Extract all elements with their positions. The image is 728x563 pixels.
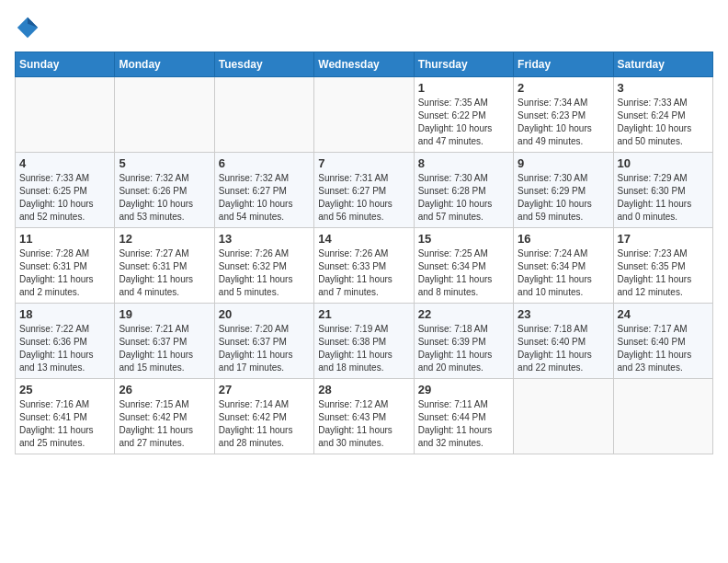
calendar-cell: 6Sunrise: 7:32 AM Sunset: 6:27 PM Daylig… xyxy=(214,153,313,228)
day-number: 17 xyxy=(618,232,709,246)
calendar-cell: 18Sunrise: 7:22 AM Sunset: 6:36 PM Dayli… xyxy=(16,304,115,379)
calendar-cell: 4Sunrise: 7:33 AM Sunset: 6:25 PM Daylig… xyxy=(16,153,115,228)
day-number: 2 xyxy=(518,81,609,95)
day-info: Sunrise: 7:14 AM Sunset: 6:42 PM Dayligh… xyxy=(219,398,310,450)
calendar-body: 1Sunrise: 7:35 AM Sunset: 6:22 PM Daylig… xyxy=(16,77,713,454)
logo xyxy=(15,15,44,40)
calendar-cell: 25Sunrise: 7:16 AM Sunset: 6:41 PM Dayli… xyxy=(16,379,115,454)
calendar-table: SundayMondayTuesdayWednesdayThursdayFrid… xyxy=(15,52,713,454)
day-info: Sunrise: 7:28 AM Sunset: 6:31 PM Dayligh… xyxy=(19,247,110,299)
day-number: 4 xyxy=(19,156,110,170)
day-info: Sunrise: 7:27 AM Sunset: 6:31 PM Dayligh… xyxy=(119,247,210,299)
header-monday: Monday xyxy=(115,52,214,77)
day-number: 9 xyxy=(518,156,609,170)
day-number: 28 xyxy=(318,383,409,396)
calendar-cell: 5Sunrise: 7:32 AM Sunset: 6:26 PM Daylig… xyxy=(115,153,214,228)
header-thursday: Thursday xyxy=(414,52,513,77)
calendar-cell: 23Sunrise: 7:18 AM Sunset: 6:40 PM Dayli… xyxy=(514,304,613,379)
day-number: 12 xyxy=(119,232,210,246)
day-number: 22 xyxy=(418,307,509,321)
calendar-cell: 16Sunrise: 7:24 AM Sunset: 6:34 PM Dayli… xyxy=(514,228,613,304)
calendar-cell: 19Sunrise: 7:21 AM Sunset: 6:37 PM Dayli… xyxy=(115,304,214,379)
calendar-cell: 13Sunrise: 7:26 AM Sunset: 6:32 PM Dayli… xyxy=(214,228,313,304)
day-info: Sunrise: 7:19 AM Sunset: 6:38 PM Dayligh… xyxy=(318,323,409,374)
calendar-cell: 15Sunrise: 7:25 AM Sunset: 6:34 PM Dayli… xyxy=(414,228,513,304)
calendar-cell: 14Sunrise: 7:26 AM Sunset: 6:33 PM Dayli… xyxy=(314,228,414,304)
day-number: 20 xyxy=(219,307,310,321)
day-number: 18 xyxy=(19,307,110,321)
week-row-5: 25Sunrise: 7:16 AM Sunset: 6:41 PM Dayli… xyxy=(16,379,713,454)
calendar-cell: 1Sunrise: 7:35 AM Sunset: 6:22 PM Daylig… xyxy=(414,77,513,153)
day-number: 29 xyxy=(418,383,509,396)
day-number: 13 xyxy=(219,232,310,246)
day-info: Sunrise: 7:12 AM Sunset: 6:43 PM Dayligh… xyxy=(318,398,409,450)
calendar-cell: 21Sunrise: 7:19 AM Sunset: 6:38 PM Dayli… xyxy=(314,304,414,379)
day-number: 7 xyxy=(318,156,409,170)
day-info: Sunrise: 7:31 AM Sunset: 6:27 PM Dayligh… xyxy=(318,172,409,224)
day-info: Sunrise: 7:30 AM Sunset: 6:29 PM Dayligh… xyxy=(518,172,609,224)
calendar-cell: 28Sunrise: 7:12 AM Sunset: 6:43 PM Dayli… xyxy=(314,379,414,454)
calendar-cell: 11Sunrise: 7:28 AM Sunset: 6:31 PM Dayli… xyxy=(16,228,115,304)
calendar-cell xyxy=(514,379,613,454)
day-info: Sunrise: 7:33 AM Sunset: 6:24 PM Dayligh… xyxy=(618,97,709,148)
calendar-cell xyxy=(16,77,115,153)
day-number: 26 xyxy=(119,383,210,396)
day-info: Sunrise: 7:34 AM Sunset: 6:23 PM Dayligh… xyxy=(518,97,609,148)
day-number: 16 xyxy=(518,232,609,246)
calendar-cell: 17Sunrise: 7:23 AM Sunset: 6:35 PM Dayli… xyxy=(613,228,712,304)
day-info: Sunrise: 7:30 AM Sunset: 6:28 PM Dayligh… xyxy=(418,172,509,224)
header-saturday: Saturday xyxy=(613,52,712,77)
logo-icon xyxy=(15,15,40,40)
day-number: 3 xyxy=(618,81,709,95)
calendar-cell xyxy=(115,77,214,153)
day-number: 15 xyxy=(418,232,509,246)
calendar-cell: 7Sunrise: 7:31 AM Sunset: 6:27 PM Daylig… xyxy=(314,153,414,228)
day-number: 11 xyxy=(19,232,110,246)
calendar-cell: 12Sunrise: 7:27 AM Sunset: 6:31 PM Dayli… xyxy=(115,228,214,304)
day-number: 8 xyxy=(418,156,509,170)
calendar-cell: 29Sunrise: 7:11 AM Sunset: 6:44 PM Dayli… xyxy=(414,379,513,454)
day-number: 14 xyxy=(318,232,409,246)
page-header xyxy=(15,15,713,40)
day-info: Sunrise: 7:16 AM Sunset: 6:41 PM Dayligh… xyxy=(19,398,110,450)
calendar-cell: 3Sunrise: 7:33 AM Sunset: 6:24 PM Daylig… xyxy=(613,77,712,153)
day-number: 6 xyxy=(219,156,310,170)
week-row-2: 4Sunrise: 7:33 AM Sunset: 6:25 PM Daylig… xyxy=(16,153,713,228)
day-info: Sunrise: 7:20 AM Sunset: 6:37 PM Dayligh… xyxy=(219,323,310,374)
day-info: Sunrise: 7:25 AM Sunset: 6:34 PM Dayligh… xyxy=(418,247,509,299)
day-number: 23 xyxy=(518,307,609,321)
day-info: Sunrise: 7:32 AM Sunset: 6:27 PM Dayligh… xyxy=(219,172,310,224)
day-info: Sunrise: 7:35 AM Sunset: 6:22 PM Dayligh… xyxy=(418,97,509,148)
week-row-3: 11Sunrise: 7:28 AM Sunset: 6:31 PM Dayli… xyxy=(16,228,713,304)
day-info: Sunrise: 7:21 AM Sunset: 6:37 PM Dayligh… xyxy=(119,323,210,374)
week-row-4: 18Sunrise: 7:22 AM Sunset: 6:36 PM Dayli… xyxy=(16,304,713,379)
calendar-cell: 22Sunrise: 7:18 AM Sunset: 6:39 PM Dayli… xyxy=(414,304,513,379)
calendar-cell: 8Sunrise: 7:30 AM Sunset: 6:28 PM Daylig… xyxy=(414,153,513,228)
day-info: Sunrise: 7:18 AM Sunset: 6:39 PM Dayligh… xyxy=(418,323,509,374)
day-info: Sunrise: 7:11 AM Sunset: 6:44 PM Dayligh… xyxy=(418,398,509,450)
header-row: SundayMondayTuesdayWednesdayThursdayFrid… xyxy=(16,52,713,77)
calendar-cell: 10Sunrise: 7:29 AM Sunset: 6:30 PM Dayli… xyxy=(613,153,712,228)
day-number: 25 xyxy=(19,383,110,396)
calendar-cell: 26Sunrise: 7:15 AM Sunset: 6:42 PM Dayli… xyxy=(115,379,214,454)
day-info: Sunrise: 7:22 AM Sunset: 6:36 PM Dayligh… xyxy=(19,323,110,374)
header-tuesday: Tuesday xyxy=(214,52,313,77)
day-info: Sunrise: 7:26 AM Sunset: 6:32 PM Dayligh… xyxy=(219,247,310,299)
day-info: Sunrise: 7:23 AM Sunset: 6:35 PM Dayligh… xyxy=(618,247,709,299)
day-number: 21 xyxy=(318,307,409,321)
calendar-header: SundayMondayTuesdayWednesdayThursdayFrid… xyxy=(16,52,713,77)
week-row-1: 1Sunrise: 7:35 AM Sunset: 6:22 PM Daylig… xyxy=(16,77,713,153)
calendar-cell xyxy=(613,379,712,454)
day-number: 5 xyxy=(119,156,210,170)
day-info: Sunrise: 7:33 AM Sunset: 6:25 PM Dayligh… xyxy=(19,172,110,224)
day-info: Sunrise: 7:18 AM Sunset: 6:40 PM Dayligh… xyxy=(518,323,609,374)
day-info: Sunrise: 7:26 AM Sunset: 6:33 PM Dayligh… xyxy=(318,247,409,299)
day-number: 19 xyxy=(119,307,210,321)
day-number: 24 xyxy=(618,307,709,321)
calendar-cell: 27Sunrise: 7:14 AM Sunset: 6:42 PM Dayli… xyxy=(214,379,313,454)
day-info: Sunrise: 7:17 AM Sunset: 6:40 PM Dayligh… xyxy=(618,323,709,374)
calendar-cell: 2Sunrise: 7:34 AM Sunset: 6:23 PM Daylig… xyxy=(514,77,613,153)
calendar-cell: 20Sunrise: 7:20 AM Sunset: 6:37 PM Dayli… xyxy=(214,304,313,379)
day-info: Sunrise: 7:24 AM Sunset: 6:34 PM Dayligh… xyxy=(518,247,609,299)
calendar-cell: 24Sunrise: 7:17 AM Sunset: 6:40 PM Dayli… xyxy=(613,304,712,379)
